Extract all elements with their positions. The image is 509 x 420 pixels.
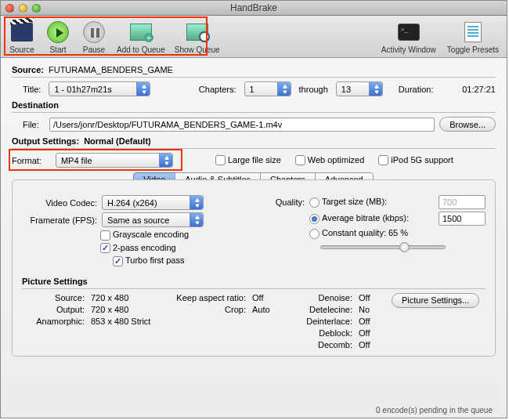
pause-button[interactable]: Pause xyxy=(81,20,107,54)
codec-select[interactable]: H.264 (x264)▲▼ xyxy=(102,195,204,210)
codec-label: Video Codec: xyxy=(22,198,97,208)
chapter-to-select[interactable]: 13▲▼ xyxy=(336,81,383,96)
toolbar-label: Pause xyxy=(83,45,105,54)
toolbar-label: Source xyxy=(9,45,34,54)
twopass-checkbox[interactable]: 2-pass encoding xyxy=(100,243,176,254)
toolbar-label: Toggle Presets xyxy=(447,45,499,54)
duration-label: Duration: xyxy=(399,85,434,94)
grayscale-label: Grayscale encoding xyxy=(113,230,189,239)
ana-val: 853 x 480 Strict xyxy=(91,317,161,326)
const-label: Constant quality: 65 % xyxy=(322,228,408,237)
show-queue-icon xyxy=(186,24,208,41)
toolbar-label: Activity Window xyxy=(381,45,436,54)
fps-label: Framerate (FPS): xyxy=(22,215,97,225)
keep-label: Keep aspect ratio: xyxy=(168,293,246,302)
chapters-label: Chapters: xyxy=(199,85,236,94)
clapperboard-icon xyxy=(11,23,33,42)
turbo-label: Turbo first pass xyxy=(125,255,184,265)
picture-settings-button[interactable]: Picture Settings... xyxy=(392,293,479,308)
source-button[interactable]: Source xyxy=(9,20,35,54)
toolbar-label: Show Queue xyxy=(175,45,220,54)
toolbar: Source Start Pause Add to Queue Show Que… xyxy=(1,16,507,58)
toolbar-label: Add to Queue xyxy=(117,45,165,54)
play-icon xyxy=(47,21,69,43)
decmb-val: Off xyxy=(359,340,382,349)
avg-bitrate-input[interactable] xyxy=(439,212,486,226)
deint-label: Deinterlace: xyxy=(290,317,352,326)
chapter-from-select[interactable]: 1▲▼ xyxy=(244,81,291,96)
crop-val: Auto xyxy=(252,305,283,314)
pic-out-label: Output: xyxy=(22,305,85,314)
destination-label: Destination xyxy=(12,100,496,110)
ipod-support-label: iPod 5G support xyxy=(391,155,453,165)
large-file-label: Large file size xyxy=(228,155,281,165)
turbo-checkbox[interactable]: Turbo first pass xyxy=(113,255,184,266)
target-size-radio[interactable]: Target size (MB): xyxy=(309,197,387,208)
ch-to: 13 xyxy=(341,85,351,94)
deblk-label: Deblock: xyxy=(290,328,352,338)
deblk-val: Off xyxy=(359,328,382,338)
file-path-input[interactable] xyxy=(49,118,435,132)
ipod-support-checkbox[interactable]: iPod 5G support xyxy=(378,155,453,166)
source-label: Source: xyxy=(12,65,44,74)
large-file-checkbox[interactable]: Large file size xyxy=(215,155,281,166)
toggle-presets-button[interactable]: Toggle Presets xyxy=(447,20,499,54)
ana-label: Anamorphic: xyxy=(22,317,85,326)
titlebar: HandBrake xyxy=(1,1,507,16)
denoise-label: Denoise: xyxy=(290,293,352,302)
start-button[interactable]: Start xyxy=(45,20,71,54)
preset-name: Normal (Default) xyxy=(84,136,151,146)
twopass-label: 2-pass encoding xyxy=(113,243,176,252)
crop-label: Crop: xyxy=(168,305,246,314)
target-size-input xyxy=(439,195,486,209)
format-value: MP4 file xyxy=(61,156,92,165)
fps-value: Same as source xyxy=(107,215,169,225)
file-label: File: xyxy=(23,120,45,129)
web-optimized-label: Web optimized xyxy=(308,155,365,165)
quality-slider[interactable] xyxy=(320,245,446,249)
terminal-icon xyxy=(398,24,420,41)
grayscale-checkbox[interactable]: Grayscale encoding xyxy=(100,230,189,241)
pause-icon xyxy=(83,21,105,43)
presets-icon xyxy=(464,22,482,42)
toolbar-label: Start xyxy=(49,45,66,54)
add-queue-button[interactable]: Add to Queue xyxy=(117,20,165,54)
fps-select[interactable]: Same as source▲▼ xyxy=(102,212,204,227)
show-queue-button[interactable]: Show Queue xyxy=(175,20,220,54)
status-bar: 0 encode(s) pending in the queue xyxy=(376,406,493,415)
pic-src-val: 720 x 480 xyxy=(91,293,161,302)
codec-value: H.264 (x264) xyxy=(107,198,157,208)
video-panel: Video Codec: H.264 (x264)▲▼ Framerate (F… xyxy=(12,179,496,357)
deint-val: Off xyxy=(359,317,382,326)
quality-label: Quality: xyxy=(265,197,305,207)
avg-label: Average bitrate (kbps): xyxy=(322,213,409,223)
target-label: Target size (MB): xyxy=(322,197,387,206)
output-settings-label: Output Settings: xyxy=(12,136,79,146)
detel-val: No xyxy=(359,305,382,314)
add-queue-icon xyxy=(130,24,152,41)
title-select[interactable]: 1 - 01h27m21s▲▼ xyxy=(49,81,150,96)
picture-settings-title: Picture Settings xyxy=(22,277,486,286)
decmb-label: Decomb: xyxy=(290,340,352,349)
web-optimized-checkbox[interactable]: Web optimized xyxy=(295,155,365,166)
source-name: FUTURAMA_BENDERS_GAME xyxy=(49,65,173,74)
avg-bitrate-radio[interactable]: Average bitrate (kbps): xyxy=(309,213,409,224)
ch-from: 1 xyxy=(250,85,254,94)
title-label: Title: xyxy=(23,85,41,94)
activity-window-button[interactable]: Activity Window xyxy=(381,20,436,54)
through-label: through xyxy=(299,85,328,94)
pic-out-val: 720 x 480 xyxy=(91,305,161,314)
browse-button[interactable]: Browse... xyxy=(439,117,496,132)
denoise-val: Off xyxy=(359,293,382,302)
window-title: HandBrake xyxy=(1,2,507,13)
const-quality-radio[interactable]: Constant quality: 65 % xyxy=(309,228,408,239)
duration-value: 01:27:21 xyxy=(462,85,496,94)
format-label: Format: xyxy=(12,156,42,165)
pic-src-label: Source: xyxy=(22,293,85,302)
title-value: 1 - 01h27m21s xyxy=(54,85,111,94)
keep-val: Off xyxy=(252,293,283,302)
format-select[interactable]: MP4 file▲▼ xyxy=(56,153,173,168)
detel-label: Detelecine: xyxy=(290,305,352,314)
